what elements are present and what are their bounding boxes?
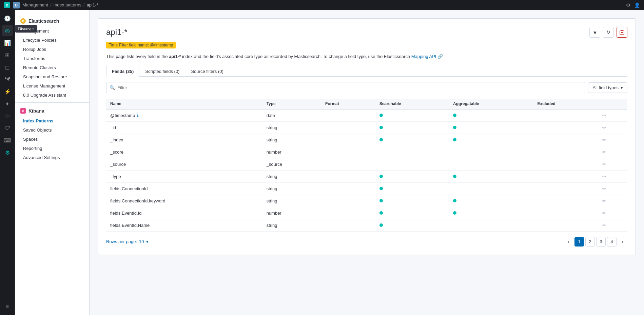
table-row: _source_source✏ (106, 158, 627, 170)
edit-icon[interactable]: ✏ (602, 137, 606, 142)
searchable-dot (379, 175, 383, 178)
nav-item-rollup[interactable]: Rollup Jobs (15, 45, 89, 54)
nav-item-saved-objects[interactable]: Saved Objects (15, 125, 89, 135)
refresh-button[interactable]: ↻ (603, 27, 614, 38)
edit-icon[interactable]: ✏ (602, 223, 606, 228)
page-button-4[interactable]: 4 (607, 237, 617, 247)
cell-name: fields.ConnectionId.keyword (106, 195, 262, 207)
col-header-name: Name (106, 99, 262, 109)
field-name: _index (110, 137, 123, 142)
star-button[interactable]: ★ (589, 27, 600, 38)
sidebar-icon-apm[interactable]: ♦ (2, 98, 13, 109)
cell-type: string (262, 182, 321, 195)
external-link-icon[interactable]: 🔗 (437, 54, 443, 59)
rows-per-page-selector[interactable]: Rows per page: 10 ▾ (106, 239, 149, 244)
cell-type: string (262, 134, 321, 146)
nav-item-index-patterns[interactable]: Index Patterns (15, 116, 89, 125)
sidebar-icon-canvas[interactable]: ◻ (2, 62, 13, 73)
mapping-api-link[interactable]: Mapping API (411, 54, 436, 59)
cell-aggregatable (449, 109, 533, 122)
sidebar-icon-bottom[interactable]: ≡ (2, 301, 13, 312)
cell-aggregatable (449, 195, 533, 207)
breadcrumb-management[interactable]: Management (22, 2, 48, 7)
sidebar-icon-ml[interactable]: ⚡ (2, 86, 13, 97)
col-header-searchable: Searchable (375, 99, 449, 109)
prev-page-button[interactable]: ‹ (564, 237, 573, 247)
cell-name: fields.EventId.Name (106, 219, 262, 231)
nav-item-reporting[interactable]: Reporting (15, 144, 89, 153)
user-icon[interactable]: 👤 (634, 2, 640, 8)
edit-icon[interactable]: ✏ (602, 174, 606, 179)
sidebar-icon-clock[interactable]: 🕐 (2, 13, 13, 24)
sidebar-icon-uptime[interactable]: ♡ (2, 111, 13, 121)
nav-item-license[interactable]: License Management (15, 81, 89, 91)
sidebar-icon-stack-management[interactable]: ⚙ (2, 147, 13, 158)
tab-source-filters[interactable]: Source filters (0) (185, 66, 229, 77)
page-button-3[interactable]: 3 (596, 237, 606, 247)
edit-icon[interactable]: ✏ (602, 125, 606, 130)
tabs: Fields (35) Scripted fields (0) Source f… (106, 66, 627, 77)
chevron-down-icon: ▾ (621, 85, 623, 90)
description-bold: api1-* (169, 54, 181, 59)
filter-input[interactable] (106, 82, 585, 93)
nav-item-snapshot[interactable]: Snapshot and Restore (15, 72, 89, 81)
cell-excluded (533, 158, 598, 170)
cell-excluded (533, 134, 598, 146)
rows-per-page-chevron: ▾ (146, 239, 149, 244)
table-row: _scorenumber✏ (106, 146, 627, 158)
header-actions: ★ ↻ (589, 27, 627, 38)
nav-item-management[interactable]: Management (15, 26, 89, 36)
tab-fields[interactable]: Fields (35) (106, 66, 139, 77)
delete-button[interactable] (617, 27, 627, 38)
sidebar-icon-devtools[interactable]: ⌨ (2, 135, 13, 146)
sidebar-icon-maps[interactable]: 🗺 (2, 74, 13, 85)
elasticsearch-section-title: E Elasticsearch (15, 16, 89, 26)
edit-icon[interactable]: ✏ (602, 162, 606, 167)
rows-per-page-value: 10 (139, 239, 144, 244)
edit-icon[interactable]: ✏ (602, 211, 606, 216)
cell-searchable (375, 121, 449, 134)
cell-name: fields.ConnectionId (106, 182, 262, 195)
description: This page lists every field in the api1-… (106, 53, 627, 60)
nav-item-transforms[interactable]: Transforms (15, 54, 89, 63)
col-header-excluded: Excluded (533, 99, 598, 109)
breadcrumb-index-patterns[interactable]: Index patterns (54, 2, 81, 7)
page-button-1[interactable]: 1 (574, 237, 584, 247)
nav-item-advanced-settings[interactable]: Advanced Settings (15, 153, 89, 162)
cell-edit: ✏ (598, 158, 627, 170)
nav-item-lifecycle[interactable]: Lifecycle Policies (15, 36, 89, 45)
table-row: _indexstring✏ (106, 134, 627, 146)
nav-item-upgrade[interactable]: 8.0 Upgrade Assistant (15, 91, 89, 100)
fields-table: Name Type Format Searchable Aggregatable… (106, 99, 627, 232)
tab-scripted-fields[interactable]: Scripted fields (0) (139, 66, 185, 77)
nav-item-spaces[interactable]: Spaces (15, 135, 89, 144)
sidebar-icon-siem[interactable]: 🛡 (2, 123, 13, 134)
settings-icon[interactable]: ⚙ (625, 2, 631, 8)
sidebar-icon-discover[interactable]: ◎ Discover (2, 25, 13, 36)
search-icon: 🔍 (110, 85, 115, 90)
edit-icon[interactable]: ✏ (602, 198, 606, 203)
cell-edit: ✏ (598, 170, 627, 182)
cell-format (321, 146, 375, 158)
sidebar-icon-dashboard[interactable]: ⊞ (2, 50, 13, 60)
user-avatar[interactable]: D (13, 2, 20, 8)
nav-item-remote-clusters[interactable]: Remote Clusters (15, 63, 89, 72)
cell-aggregatable (449, 207, 533, 219)
breadcrumb-sep-1: / (50, 2, 52, 7)
cell-searchable (375, 146, 449, 158)
field-type-dropdown[interactable]: All field types ▾ (588, 82, 627, 93)
cell-searchable (375, 134, 449, 146)
field-name: fields.ConnectionId.keyword (110, 198, 165, 203)
info-icon[interactable]: ℹ (137, 113, 139, 118)
breadcrumb: Management / Index patterns / api1-* (22, 2, 98, 7)
edit-icon[interactable]: ✏ (602, 150, 606, 155)
page-button-2[interactable]: 2 (585, 237, 595, 247)
cell-edit: ✏ (598, 109, 627, 122)
sidebar-icon-visualize[interactable]: 📊 (2, 37, 13, 48)
cell-name: _score (106, 146, 262, 158)
edit-icon[interactable]: ✏ (602, 186, 606, 191)
table-body: @timestampℹdate✏_idstring✏_indexstring✏_… (106, 109, 627, 232)
next-page-button[interactable]: › (618, 237, 627, 247)
aggregatable-dot (453, 114, 456, 117)
edit-icon[interactable]: ✏ (602, 113, 606, 118)
